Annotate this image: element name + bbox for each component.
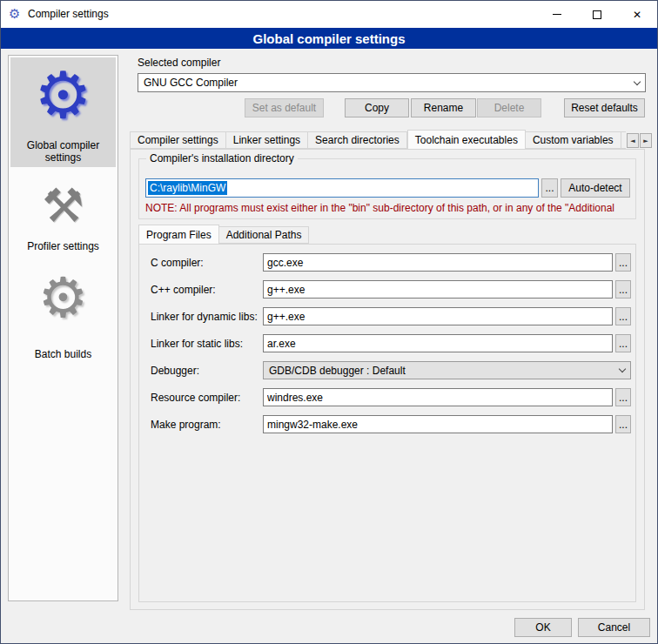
settings-tab-strip: Compiler settings Linker settings Search… <box>130 130 626 149</box>
chevron-down-icon <box>614 362 630 379</box>
batch-builds-gear-icon[interactable]: ⚙ <box>9 270 118 325</box>
arrow-left-icon: ◄ <box>630 138 634 144</box>
sidebar-item-batch-builds-label[interactable]: Batch builds <box>10 348 116 360</box>
cpp-compiler-input[interactable] <box>263 280 613 299</box>
linker-dynamic-input[interactable] <box>263 307 613 325</box>
c-compiler-label: C compiler: <box>151 257 204 269</box>
linker-static-input[interactable] <box>263 334 613 352</box>
make-program-input[interactable] <box>263 415 613 433</box>
linker-dynamic-label: Linker for dynamic libs: <box>151 311 258 323</box>
tab-compiler-settings[interactable]: Compiler settings <box>130 131 226 149</box>
sidebar-item-global-compiler-label[interactable]: Global compiler settings <box>10 139 116 164</box>
rename-button[interactable]: Rename <box>411 98 476 117</box>
selected-compiler-dropdown[interactable]: GNU GCC Compiler <box>138 73 646 92</box>
minimize-icon <box>553 14 561 15</box>
selected-compiler-value: GNU GCC Compiler <box>144 77 238 89</box>
chevron-down-icon <box>628 74 645 91</box>
set-as-default-button[interactable]: Set as default <box>245 98 324 117</box>
compiler-settings-window: ⚙ Compiler settings ✕ Global compiler se… <box>0 0 658 644</box>
linker-dynamic-browse-button[interactable]: ... <box>615 307 631 325</box>
maximize-button[interactable] <box>577 1 617 28</box>
copy-button[interactable]: Copy <box>345 98 409 117</box>
tab-scroll-right-button[interactable]: ► <box>640 133 652 148</box>
tab-custom-variables[interactable]: Custom variables <box>526 131 621 149</box>
ok-button[interactable]: OK <box>514 618 572 637</box>
cpp-compiler-label: C++ compiler: <box>151 284 216 296</box>
make-program-browse-button[interactable]: ... <box>615 415 631 433</box>
tab-toolchain-executables[interactable]: Toolchain executables <box>407 130 526 149</box>
window-title: Compiler settings <box>28 8 109 20</box>
selected-compiler-label: Selected compiler <box>138 57 220 69</box>
linker-static-browse-button[interactable]: ... <box>615 334 631 352</box>
installation-directory-input[interactable]: C:\raylib\MinGW <box>145 178 539 198</box>
minimize-button[interactable] <box>537 1 577 28</box>
tab-search-directories[interactable]: Search directories <box>308 131 407 149</box>
installation-directory-browse-button[interactable]: ... <box>541 178 558 198</box>
titlebar: ⚙ Compiler settings ✕ <box>1 1 657 28</box>
linker-static-label: Linker for static libs: <box>151 338 243 350</box>
settings-category-list: ⚙ Global compiler settings ⚒ Profiler se… <box>8 55 118 601</box>
page-title: Global compiler settings <box>1 28 657 49</box>
program-files-tab-strip: Program Files Additional Paths <box>138 225 309 244</box>
sidebar-item-profiler-label[interactable]: Profiler settings <box>10 240 116 252</box>
auto-detect-button[interactable]: Auto-detect <box>561 178 630 198</box>
cancel-button[interactable]: Cancel <box>578 618 650 637</box>
global-compiler-gear-icon[interactable]: ⚙ <box>9 63 118 127</box>
c-compiler-browse-button[interactable]: ... <box>615 253 631 272</box>
close-button[interactable]: ✕ <box>617 1 657 28</box>
debugger-value: GDB/CDB debugger : Default <box>269 365 406 377</box>
tab-scroll-left-button[interactable]: ◄ <box>627 133 639 148</box>
cpp-compiler-browse-button[interactable]: ... <box>615 280 631 299</box>
make-program-label: Make program: <box>151 419 221 431</box>
installation-directory-group-title: Compiler's installation directory <box>146 152 298 164</box>
reset-defaults-button[interactable]: Reset defaults <box>564 98 645 117</box>
tab-build-options[interactable]: Build <box>621 131 626 149</box>
tab-linker-settings[interactable]: Linker settings <box>226 131 308 149</box>
resource-compiler-label: Resource compiler: <box>151 392 240 404</box>
resource-compiler-input[interactable] <box>263 388 613 406</box>
close-icon: ✕ <box>633 9 641 21</box>
debugger-label: Debugger: <box>151 365 199 377</box>
delete-button[interactable]: Delete <box>477 98 541 117</box>
debugger-dropdown[interactable]: GDB/CDB debugger : Default <box>263 361 631 379</box>
profiler-hammer-icon[interactable]: ⚒ <box>9 183 118 230</box>
tab-additional-paths[interactable]: Additional Paths <box>219 226 310 244</box>
installation-directory-value: C:\raylib\MinGW <box>148 181 227 195</box>
c-compiler-input[interactable] <box>263 253 613 272</box>
arrow-right-icon: ► <box>643 138 648 144</box>
resource-compiler-browse-button[interactable]: ... <box>615 388 631 406</box>
window-controls: ✕ <box>537 1 657 28</box>
tab-program-files[interactable]: Program Files <box>138 225 219 244</box>
app-gear-icon: ⚙ <box>9 7 20 22</box>
maximize-icon <box>593 10 601 19</box>
bin-subdirectory-note: NOTE: All programs must exist either in … <box>145 202 634 214</box>
